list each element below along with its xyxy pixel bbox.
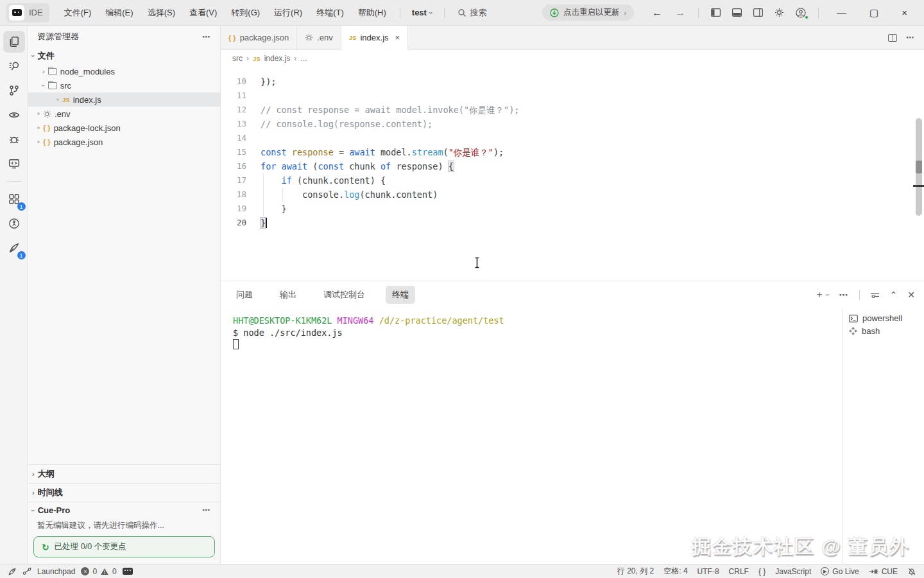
code-line[interactable]: 14 [221,131,924,145]
code-line[interactable]: 16for await (const chunk of response) { [221,159,924,173]
panel-tab-debug-console[interactable]: 调试控制台 [317,286,372,304]
code-editor[interactable]: 10});1112// const response = await model… [221,67,924,281]
tree-item-env[interactable]: .env [28,107,220,121]
menu-view[interactable]: 查看(V) [184,4,223,21]
window-maximize-button[interactable]: ▢ [859,5,889,21]
scrollbar-decoration [916,161,922,173]
encoding[interactable]: UTF-8 [697,567,719,576]
close-panel-button[interactable]: ✕ [907,290,915,300]
language-mode[interactable]: JavaScript [775,567,811,576]
editor-more-button[interactable]: ⋯ [906,33,915,42]
tree-item-src[interactable]: › src [28,78,220,92]
window-close-button[interactable]: × [891,5,918,20]
remote-connect-icon[interactable] [22,567,31,575]
go-live-button[interactable]: ▶ Go Live [821,567,859,576]
maximize-panel-button[interactable]: ⌃ [890,290,898,300]
breadcrumb-src[interactable]: src [232,54,243,63]
activity-explorer[interactable] [3,31,25,53]
account-avatar[interactable] [791,6,810,20]
cue-pro-more-button[interactable]: ⋯ [202,505,216,515]
folder-icon [48,68,57,75]
bug-icon [8,134,20,145]
menu-run[interactable]: 运行(R) [268,4,308,21]
code-line[interactable]: 18 console.log(chunk.content) [221,188,924,202]
new-terminal-button[interactable]: ＋ › [815,289,829,301]
section-outline[interactable]: › 大纲 [28,464,220,483]
menu-file[interactable]: 文件(F) [58,4,98,21]
section-cue-pro[interactable]: › Cue-Pro ⋯ [28,502,220,518]
breadcrumb-separator: › [294,54,296,63]
toggle-panel-button[interactable] [728,6,746,19]
restart-to-update-button[interactable]: 点击重启以更新 › [542,4,634,21]
braces-indicator[interactable]: { } [758,567,766,576]
breadcrumb-symbol[interactable]: ... [300,54,307,63]
tree-item-node-modules[interactable]: › node_modules [28,64,220,78]
sidebar-more-button[interactable]: ⋯ [202,32,211,42]
activity-pipeline[interactable] [3,213,25,234]
tree-item-package-json[interactable]: { } package.json [28,135,220,149]
shell-item-powershell[interactable]: powershell [849,313,924,323]
menu-terminal[interactable]: 终端(T) [311,4,350,21]
panel-tab-output[interactable]: 输出 [273,286,303,304]
eol-sequence[interactable]: CRLF [729,567,749,576]
activity-preview[interactable] [3,104,25,126]
shell-item-bash[interactable]: bash [849,326,924,336]
tree-item-package-lock[interactable]: { } package-lock.json [28,121,220,135]
ide-mini-logo-icon[interactable] [123,568,133,575]
toggle-left-sidebar-button[interactable] [706,6,725,19]
problems-indicator[interactable]: × 0 0 [81,567,116,576]
code-line[interactable]: 13// console.log(response.content); [221,117,924,131]
split-terminal-icon[interactable] [870,291,880,299]
tree-item-index-js[interactable]: JS index.js [28,92,220,107]
tab-package-json[interactable]: { } package.json [221,26,297,49]
tab-index-js[interactable]: JS index.js × [341,26,408,50]
section-files[interactable]: › 文件 [28,48,220,64]
nav-back-button[interactable]: ← [647,6,667,20]
breadcrumb-file[interactable]: index.js [264,54,291,63]
menu-selection[interactable]: 选择(S) [142,4,181,21]
code-line[interactable]: 17 if (chunk.content) { [221,173,924,188]
split-editor-icon[interactable] [888,34,897,42]
panel-tab-terminal[interactable]: 终端 [386,286,415,304]
notifications-muted-icon[interactable] [907,567,916,576]
menu-help[interactable]: 帮助(H) [352,4,392,21]
app-menu-chip[interactable]: IDE [6,3,49,22]
terminal-command-line: $ node ./src/index.js [233,327,842,339]
activity-debug[interactable] [3,128,25,150]
indentation[interactable]: 空格: 4 [663,566,687,577]
panel-tab-problems[interactable]: 问题 [230,286,259,304]
tab-env[interactable]: .env [297,26,341,49]
divider [6,181,22,182]
panel-more-button[interactable]: ⋯ [839,290,849,300]
code-line[interactable]: 15const response = await model.stream("你… [221,145,924,159]
code-line[interactable]: 12// const response = await model.invoke… [221,103,924,117]
terminal-cursor [233,339,239,349]
window-minimize-button[interactable]: — [826,5,857,20]
workspace-picker[interactable]: test › [408,6,436,19]
activity-source-control[interactable] [3,80,25,101]
code-line[interactable]: 11 [221,89,924,103]
cue-pro-status[interactable]: ↻ 已处理 0/0 个变更点 [33,536,215,557]
section-timeline[interactable]: › 时间线 [28,483,220,502]
global-search[interactable]: 搜索 [452,5,492,21]
menu-edit[interactable]: 编辑(E) [99,4,139,21]
code-line[interactable]: 10}); [221,74,924,89]
rocket-icon[interactable] [8,567,17,576]
activity-search[interactable] [3,55,25,77]
activity-live-preview[interactable] [3,153,25,175]
cue-button[interactable]: CUE [869,567,898,576]
menu-goto[interactable]: 转到(G) [225,4,266,21]
app-logo-icon [9,5,24,21]
cursor-position[interactable]: 行 20, 列 2 [617,566,654,577]
nav-forward-button[interactable]: → [670,6,690,20]
close-icon[interactable]: × [395,33,400,42]
code-line[interactable]: 19 } [221,202,924,216]
settings-gear-icon[interactable] [770,6,789,19]
code-line[interactable]: 20} [221,216,924,230]
json-file-icon: { } [228,34,236,42]
activity-extensions[interactable]: 1 [3,188,25,210]
toggle-right-sidebar-button[interactable] [749,6,767,19]
activity-ai-assistant[interactable]: 1 [3,237,25,259]
terminal[interactable]: HHT@DESKTOP-K1KM62L MINGW64 /d/z-practic… [221,308,842,564]
launchpad-button[interactable]: Launchpad [37,567,75,576]
